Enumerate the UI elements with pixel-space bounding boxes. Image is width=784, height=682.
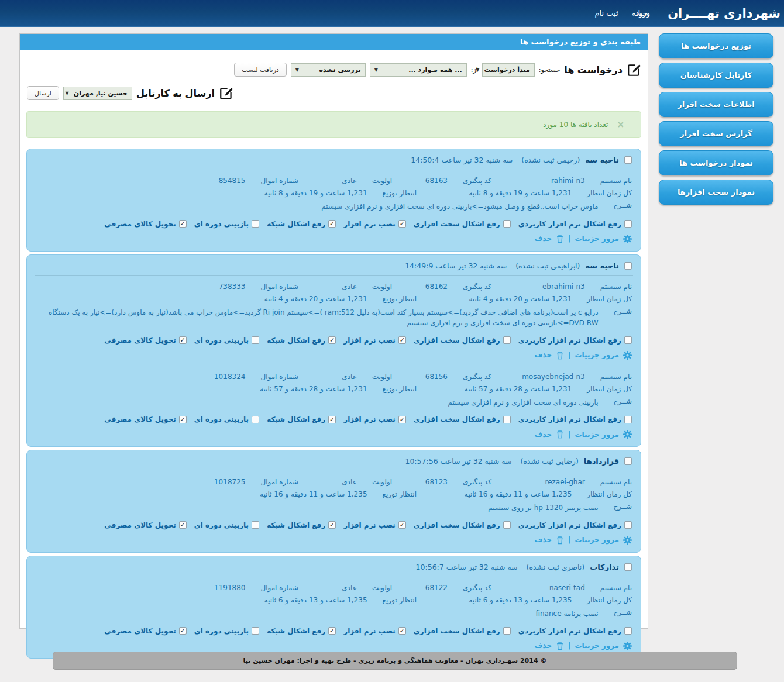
category-checkbox-item[interactable]: ✓ نصب نرم افزار xyxy=(343,627,406,635)
card-checkbox[interactable] xyxy=(624,457,632,465)
delete-link[interactable]: حذف xyxy=(535,351,552,359)
sidebar-item-3[interactable]: اطلاعات سخت افزار xyxy=(659,92,773,117)
checkbox[interactable] xyxy=(252,627,259,635)
card-checkbox[interactable] xyxy=(624,262,632,270)
category-checkbox-item[interactable]: ✓ رفع اشکال شبکه xyxy=(267,220,336,228)
delete-link[interactable]: حذف xyxy=(535,536,552,544)
category-checkbox-item[interactable]: رفع اشکال سخت افزاری xyxy=(414,336,511,345)
category-checkbox-item[interactable]: ✓ رفع اشکال شبکه xyxy=(267,627,336,635)
checkbox[interactable] xyxy=(503,220,511,228)
category-checkbox-item[interactable]: ✓ تحویل کالای مصرفی xyxy=(104,336,186,345)
checkbox[interactable] xyxy=(624,627,632,635)
nav-register[interactable]: ثبت نام xyxy=(594,9,618,18)
delete-link[interactable]: حذف xyxy=(535,642,552,650)
checkbox[interactable] xyxy=(624,521,632,529)
sidebar-item-2[interactable]: کارتابل کارشناسان xyxy=(659,63,773,88)
category-checkbox-item[interactable]: رفع اشکال نرم افزار کاربردی xyxy=(518,627,632,635)
category-checkbox-item[interactable]: رفع اشکال نرم افزار کاربردی xyxy=(518,415,632,423)
checkbox[interactable]: ✓ xyxy=(179,416,187,423)
unit-select[interactable]: ... همه مـوارد ... ▼ xyxy=(370,63,467,77)
checkbox[interactable]: ✓ xyxy=(328,336,336,344)
checkbox[interactable]: ✓ xyxy=(398,627,406,635)
nav-home[interactable]: خـانه xyxy=(632,9,647,18)
checkbox[interactable] xyxy=(503,416,511,423)
checkbox-label: رفع اشکال سخت افزاری xyxy=(414,415,500,423)
checkbox[interactable]: ✓ xyxy=(179,521,187,529)
checkbox-label: نصب نرم افزار xyxy=(343,336,396,345)
category-checkbox-item[interactable]: رفع اشکال سخت افزاری xyxy=(414,220,511,228)
category-checkbox-item[interactable]: ✓ تحویل کالای مصرفی xyxy=(104,627,186,635)
card-header: ناحیه سه (ابراهیمی ثبت نشده) سه شنبه 32 … xyxy=(35,256,633,276)
checkbox[interactable] xyxy=(252,336,259,344)
category-checkbox-item[interactable]: رفع اشکال نرم افزار کاربردی xyxy=(518,220,632,228)
category-checkbox-item[interactable]: ✓ رفع اشکال شبکه xyxy=(267,521,336,529)
get-list-button[interactable]: دریافت لیست xyxy=(234,63,286,77)
delete-link[interactable]: حذف xyxy=(535,235,552,243)
checkbox[interactable] xyxy=(503,336,511,344)
category-checkbox-item[interactable]: ✓ تحویل کالای مصرفی xyxy=(104,415,186,423)
review-details-link[interactable]: مرور جزییات xyxy=(575,642,619,650)
checkbox[interactable]: ✓ xyxy=(328,627,336,635)
category-checkbox-item[interactable]: رفع اشکال نرم افزار کاربردی xyxy=(518,521,632,529)
category-checkbox-item[interactable]: بازبینی دوره ای xyxy=(194,627,259,635)
sidebar-item-4[interactable]: گزارش سخت افزار xyxy=(659,121,773,146)
checkbox[interactable] xyxy=(252,416,259,423)
sidebar-item-1[interactable]: توزیع درخواست ها xyxy=(659,33,773,58)
category-checkbox-item[interactable]: بازبینی دوره ای xyxy=(194,415,259,423)
checkbox[interactable] xyxy=(624,416,632,423)
checkbox[interactable] xyxy=(503,521,511,529)
send-button[interactable]: ارسال xyxy=(27,86,59,100)
category-checkbox-item[interactable]: ✓ نصب نرم افزار xyxy=(343,336,406,345)
checkbox[interactable]: ✓ xyxy=(179,336,187,344)
category-checkbox-item[interactable]: بازبینی دوره ای xyxy=(194,220,259,228)
card-checkbox[interactable] xyxy=(624,156,632,164)
status-select[interactable]: بررسی نشده ▼ xyxy=(291,63,366,77)
category-checkbox-item[interactable]: رفع اشکال سخت افزاری xyxy=(414,415,511,423)
checkbox[interactable]: ✓ xyxy=(398,416,406,423)
checkbox[interactable] xyxy=(624,336,632,344)
category-checkbox-item[interactable]: بازبینی دوره ای xyxy=(194,521,259,529)
checkbox[interactable]: ✓ xyxy=(398,521,406,529)
category-checkbox-item[interactable]: ✓ نصب نرم افزار xyxy=(343,415,406,423)
card-checkbox[interactable] xyxy=(624,563,632,571)
entry-actions: مرور جزییات | حذف xyxy=(36,235,632,243)
checkbox[interactable] xyxy=(624,220,632,228)
category-checkbox-item[interactable]: ✓ تحویل کالای مصرفی xyxy=(104,220,186,228)
category-checkbox-item[interactable]: ✓ رفع اشکال شبکه xyxy=(267,336,336,345)
checkbox[interactable]: ✓ xyxy=(398,336,406,344)
alert-message: تعداد یافته ها 10 مورد xyxy=(543,120,608,129)
review-details-link[interactable]: مرور جزییات xyxy=(575,430,619,439)
checkbox[interactable]: ✓ xyxy=(328,220,336,228)
checkbox[interactable]: ✓ xyxy=(328,521,336,529)
checkbox[interactable]: ✓ xyxy=(179,627,187,635)
checkbox[interactable]: ✓ xyxy=(328,416,336,423)
sidebar-item-5[interactable]: نمودار درخواست ها xyxy=(659,150,773,175)
review-details-link[interactable]: مرور جزییات xyxy=(575,536,619,544)
checkbox[interactable]: ✓ xyxy=(398,220,406,228)
delete-link[interactable]: حذف xyxy=(535,430,552,439)
priority-label: اولویت xyxy=(372,283,392,291)
origin-select[interactable]: مبدأ درخواست ▼ xyxy=(482,63,535,77)
category-checkbox-item[interactable]: رفع اشکال سخت افزاری xyxy=(414,521,511,529)
category-checkbox-item[interactable]: ✓ نصب نرم افزار xyxy=(343,220,406,228)
checkbox[interactable]: ✓ xyxy=(179,220,187,228)
sidebar-item-6[interactable]: نمودار سخت افزارها xyxy=(659,180,773,205)
app-logo[interactable]: شهرداری تهــــران xyxy=(668,6,780,20)
category-checkbox-item[interactable]: ✓ نصب نرم افزار xyxy=(343,521,406,529)
send-to-cartable-title: ارسال به کارتابل xyxy=(136,88,215,99)
category-checkbox-item[interactable]: ✓ تحویل کالای مصرفی xyxy=(104,521,186,529)
review-details-link[interactable]: مرور جزییات xyxy=(575,351,619,359)
expert-select[interactable]: حسین نیا, مهران ▼ xyxy=(63,87,132,100)
checkbox[interactable] xyxy=(252,521,259,529)
category-checkbox-item[interactable]: رفع اشکال سخت افزاری xyxy=(414,627,511,635)
category-checkbox-item[interactable]: ✓ رفع اشکال شبکه xyxy=(267,415,336,423)
card-header: ناحیه سه (رحیمی ثبت نشده) سه شنبه 32 تیر… xyxy=(35,150,633,170)
checkbox[interactable] xyxy=(252,220,259,228)
close-icon[interactable]: × xyxy=(617,119,624,130)
category-checkbox-item[interactable]: رفع اشکال نرم افزار کاربردی xyxy=(518,336,632,345)
review-details-link[interactable]: مرور جزییات xyxy=(575,235,619,243)
category-checkbox-item[interactable]: بازبینی دوره ای xyxy=(194,336,259,345)
checkbox[interactable] xyxy=(503,627,511,635)
priority-value: عادی xyxy=(342,584,357,592)
property-number-value: 1018324 xyxy=(214,373,245,381)
